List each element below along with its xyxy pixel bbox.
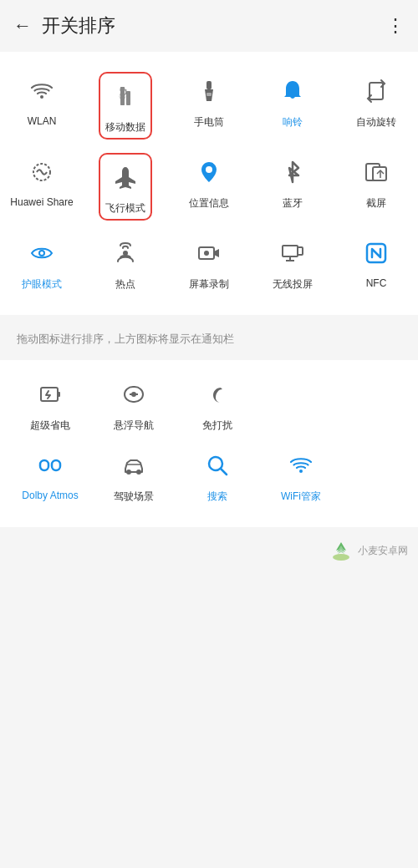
nfc-icon xyxy=(357,234,395,272)
flashlight-icon xyxy=(190,72,228,110)
airplane-highlight: 飞行模式 xyxy=(99,153,152,221)
dolby-icon xyxy=(31,446,69,485)
hotspot-label: 热点 xyxy=(115,277,135,292)
no-disturb-icon xyxy=(198,375,237,414)
grid-row-2: 护眼模式 热点 屏幕录制 无线投屏 NFC xyxy=(0,227,418,298)
divider-text: 拖动图标进行排序，上方图标将显示在通知栏 xyxy=(17,332,401,347)
grid-row-1: Huawei Share 飞行模式 位置信息 蓝牙 截屏 xyxy=(0,146,418,227)
mobile-data-icon: 11 ① xyxy=(106,77,145,115)
svg-rect-20 xyxy=(283,246,298,256)
svg-point-38 xyxy=(333,554,349,561)
float-nav-icon xyxy=(115,375,153,414)
grid-item-super-save[interactable]: 超级省电 xyxy=(8,375,92,433)
screenshot-icon xyxy=(357,153,395,191)
ringtone-icon xyxy=(273,72,312,110)
wlan-icon xyxy=(23,72,61,110)
svg-rect-9 xyxy=(370,83,383,99)
dolby-label: Dolby Atmos xyxy=(22,490,78,501)
grid-item-ringtone[interactable]: 响铃 xyxy=(251,72,334,140)
header: ← 开关排序 ⋮ xyxy=(0,0,418,47)
watermark-logo xyxy=(329,539,353,562)
grid-item-flashlight[interactable]: 手电筒 xyxy=(167,72,251,140)
ringtone-label: 响铃 xyxy=(283,115,303,129)
grid-item-mobile-data[interactable]: 11 ① 移动数据 xyxy=(84,72,167,140)
svg-rect-26 xyxy=(58,392,60,397)
auto-rotate-icon xyxy=(357,72,395,110)
svg-point-0 xyxy=(40,95,43,99)
flashlight-label: 手电筒 xyxy=(194,115,224,129)
svg-point-29 xyxy=(131,392,136,397)
grid-item-float-nav[interactable]: 悬浮导航 xyxy=(92,375,176,433)
grid-item-hotspot[interactable]: 热点 xyxy=(84,234,167,292)
screen-record-icon xyxy=(190,234,228,272)
grid-item-search[interactable]: 搜索 xyxy=(176,446,259,504)
grid-row-0: 超级省电 悬浮导航 免打扰 xyxy=(0,368,418,439)
grid-item-wlan[interactable]: WLAN xyxy=(0,72,84,140)
eye-mode-label: 护眼模式 xyxy=(22,277,62,292)
grid-item-drive-scene[interactable]: 驾驶场景 xyxy=(92,446,176,504)
wireless-proj-icon xyxy=(273,234,312,272)
huawei-share-icon xyxy=(23,153,61,191)
bluetooth-icon xyxy=(273,153,312,191)
svg-point-19 xyxy=(204,251,209,256)
back-button[interactable]: ← xyxy=(13,15,32,37)
svg-rect-8 xyxy=(206,93,212,96)
airplane-icon xyxy=(106,158,145,196)
nfc-label: NFC xyxy=(366,277,387,289)
wireless-proj-label: 无线投屏 xyxy=(273,277,313,292)
watermark-text: 小麦安卓网 xyxy=(358,544,408,558)
grid-item-bluetooth[interactable]: 蓝牙 xyxy=(251,153,334,221)
grid-item-dolby[interactable]: Dolby Atmos xyxy=(8,446,92,504)
drive-scene-icon xyxy=(115,446,153,485)
svg-rect-30 xyxy=(40,460,48,470)
wifi-manager-label: WiFi管家 xyxy=(281,490,321,504)
airplane-label: 飞行模式 xyxy=(105,201,145,216)
search-icon xyxy=(198,446,237,485)
grid-item-nfc[interactable]: NFC xyxy=(334,234,418,292)
grid-item-auto-rotate[interactable]: 自动旋转 xyxy=(334,72,418,140)
huawei-share-label: Huawei Share xyxy=(10,196,73,208)
hotspot-icon xyxy=(106,234,145,272)
svg-point-32 xyxy=(126,470,131,475)
grid-item-no-disturb[interactable]: 免打扰 xyxy=(176,375,259,433)
grid-item-location[interactable]: 位置信息 xyxy=(167,153,251,221)
lower-grid: 超级省电 悬浮导航 免打扰 Dolby Atmos 驾驶场景 搜索 xyxy=(0,360,418,527)
location-label: 位置信息 xyxy=(189,196,229,211)
grid-row-0: WLAN 11 ① 移动数据 手电筒 响铃 自动旋转 xyxy=(0,65,418,146)
grid-item-wireless-proj[interactable]: 无线投屏 xyxy=(251,234,334,292)
svg-rect-13 xyxy=(373,167,386,180)
svg-point-15 xyxy=(40,251,43,255)
eye-mode-icon xyxy=(23,234,61,272)
main-grid: WLAN 11 ① 移动数据 手电筒 响铃 自动旋转 H xyxy=(0,52,418,315)
float-nav-label: 悬浮导航 xyxy=(114,419,154,433)
location-icon xyxy=(190,153,228,191)
svg-line-36 xyxy=(221,469,227,475)
grid-item-huawei-share[interactable]: Huawei Share xyxy=(0,153,84,221)
no-disturb-label: 免打扰 xyxy=(202,419,232,433)
grid-item-airplane[interactable]: 飞行模式 xyxy=(84,153,167,221)
mobile-data-highlight: 11 ① 移动数据 xyxy=(99,72,152,140)
wlan-label: WLAN xyxy=(28,115,57,127)
grid-item-eye-mode[interactable]: 护眼模式 xyxy=(0,234,84,292)
bluetooth-label: 蓝牙 xyxy=(283,196,303,211)
super-save-label: 超级省电 xyxy=(30,419,70,433)
svg-point-37 xyxy=(299,470,303,473)
search-label: 搜索 xyxy=(207,490,227,504)
divider-section: 拖动图标进行排序，上方图标将显示在通知栏 xyxy=(0,320,418,360)
svg-point-11 xyxy=(206,166,212,173)
grid-row-1: Dolby Atmos 驾驶场景 搜索 WiFi管家 xyxy=(0,439,418,510)
wifi-manager-icon xyxy=(282,446,320,485)
more-button[interactable]: ⋮ xyxy=(386,15,405,37)
grid-item-wifi-manager[interactable]: WiFi管家 xyxy=(259,446,343,504)
screen-record-label: 屏幕录制 xyxy=(189,277,229,292)
svg-point-33 xyxy=(136,470,141,475)
super-save-icon xyxy=(31,375,69,414)
screenshot-label: 截屏 xyxy=(366,196,386,211)
svg-rect-6 xyxy=(206,81,212,89)
grid-item-screen-record[interactable]: 屏幕录制 xyxy=(167,234,251,292)
drive-scene-label: 驾驶场景 xyxy=(114,490,154,504)
svg-rect-21 xyxy=(298,247,303,255)
mobile-data-label: 移动数据 xyxy=(105,120,145,135)
auto-rotate-label: 自动旋转 xyxy=(356,115,396,129)
grid-item-screenshot[interactable]: 截屏 xyxy=(334,153,418,221)
